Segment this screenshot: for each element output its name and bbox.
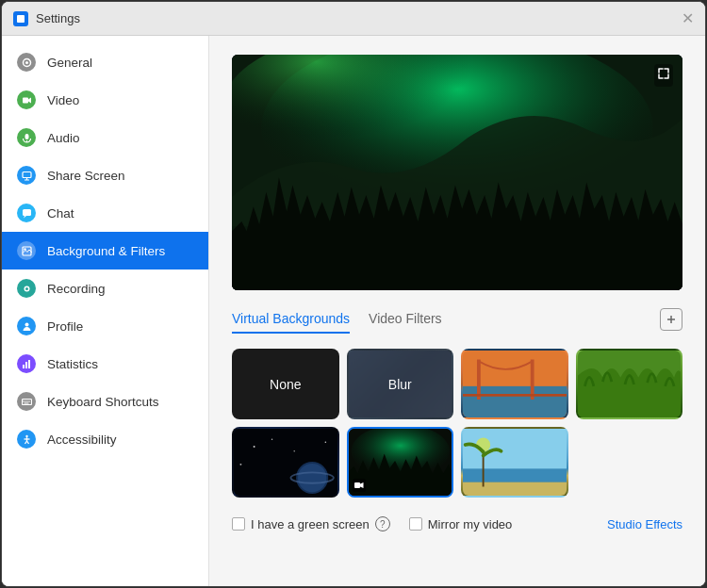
title-bar: Settings ✕ (2, 2, 705, 36)
bg-space[interactable] (232, 427, 339, 498)
tab-virtual-backgrounds[interactable]: Virtual Backgrounds (232, 305, 350, 334)
bg-blur-label: Blur (388, 377, 412, 392)
sidebar-label-video: Video (47, 93, 79, 107)
share-screen-icon (17, 166, 36, 185)
green-screen-group: I have a green screen ? (232, 516, 390, 531)
sidebar-label-chat: Chat (47, 206, 74, 220)
sidebar-label-recording: Recording (47, 282, 106, 296)
svg-point-50 (325, 441, 327, 443)
svg-rect-57 (463, 482, 567, 496)
svg-point-48 (293, 450, 295, 452)
bg-none[interactable]: None (232, 349, 339, 419)
sidebar-item-keyboard-shortcuts[interactable]: Keyboard Shortcuts (2, 383, 208, 420)
svg-rect-7 (23, 172, 31, 177)
fullscreen-icon[interactable] (654, 64, 673, 87)
green-screen-help-icon[interactable]: ? (375, 516, 390, 531)
sidebar-label-share-screen: Share Screen (47, 169, 125, 183)
window-title: Settings (36, 11, 80, 25)
bg-blur[interactable]: Blur (347, 349, 454, 419)
mirror-video-checkbox[interactable] (409, 517, 422, 531)
audio-icon (17, 128, 36, 147)
preview-image (232, 55, 682, 290)
video-icon (17, 90, 36, 109)
svg-rect-53 (354, 482, 360, 488)
sidebar-label-profile: Profile (47, 319, 83, 334)
chat-icon (17, 204, 36, 222)
green-screen-label: I have a green screen (251, 517, 370, 531)
svg-point-15 (25, 287, 28, 290)
sidebar: General Video Audio Share (2, 36, 209, 586)
main-panel: Virtual Backgrounds Video Filters None B… (209, 36, 705, 586)
bg-aurora-selected[interactable] (347, 427, 454, 498)
background-grid: None Blur (232, 349, 682, 498)
svg-rect-56 (463, 469, 567, 482)
tabs-row: Virtual Backgrounds Video Filters (232, 305, 682, 334)
mirror-video-label: Mirror my video (428, 517, 513, 531)
sidebar-item-chat[interactable]: Chat (2, 194, 208, 232)
tabs: Virtual Backgrounds Video Filters (232, 305, 461, 334)
video-recording-indicator (353, 479, 366, 492)
preview-container (232, 55, 682, 290)
content-area: General Video Audio Share (2, 36, 705, 586)
svg-point-46 (254, 446, 255, 448)
bottom-row: I have a green screen ? Mirror my video … (232, 513, 682, 535)
statistics-icon (17, 354, 36, 373)
svg-rect-17 (23, 365, 25, 368)
svg-rect-19 (28, 360, 30, 368)
close-button[interactable]: ✕ (682, 11, 694, 26)
svg-line-30 (26, 441, 28, 444)
bg-grass[interactable] (576, 349, 683, 419)
accessibility-icon (17, 430, 36, 449)
bg-none-label: None (270, 377, 301, 392)
green-screen-checkbox[interactable] (232, 517, 245, 531)
background-filters-icon (17, 241, 36, 260)
tab-video-filters[interactable]: Video Filters (369, 305, 442, 334)
svg-rect-0 (17, 15, 25, 23)
profile-icon (17, 317, 36, 335)
sidebar-label-background-filters: Background & Filters (47, 244, 165, 258)
title-bar-left: Settings (13, 11, 80, 26)
general-icon (17, 53, 36, 72)
sidebar-item-share-screen[interactable]: Share Screen (2, 156, 208, 194)
sidebar-label-statistics: Statistics (47, 357, 98, 371)
sidebar-item-profile[interactable]: Profile (2, 307, 208, 345)
svg-rect-3 (23, 97, 28, 103)
svg-rect-5 (25, 134, 28, 139)
svg-point-47 (271, 439, 273, 441)
studio-effects-link[interactable]: Studio Effects (607, 517, 682, 531)
app-icon (13, 11, 28, 26)
svg-point-44 (298, 464, 326, 492)
add-background-button[interactable] (660, 308, 682, 331)
recording-icon (17, 279, 36, 298)
bg-bridge[interactable] (461, 349, 568, 419)
sidebar-label-accessibility: Accessibility (47, 433, 117, 447)
svg-point-49 (239, 464, 241, 466)
sidebar-item-recording[interactable]: Recording (2, 270, 208, 307)
svg-rect-18 (25, 362, 27, 368)
svg-point-16 (25, 322, 28, 326)
svg-marker-11 (24, 216, 26, 219)
sidebar-label-audio: Audio (47, 131, 80, 145)
bg-beach[interactable] (461, 427, 568, 498)
sidebar-label-general: General (47, 56, 92, 70)
svg-point-26 (25, 434, 27, 436)
sidebar-item-statistics[interactable]: Statistics (2, 345, 208, 383)
keyboard-shortcuts-icon (17, 392, 36, 411)
svg-marker-54 (360, 482, 364, 488)
svg-point-2 (25, 61, 28, 64)
sidebar-item-accessibility[interactable]: Accessibility (2, 420, 208, 458)
sidebar-item-video[interactable]: Video (2, 81, 208, 119)
mirror-video-group: Mirror my video (409, 517, 513, 531)
sidebar-item-general[interactable]: General (2, 43, 208, 81)
sidebar-label-keyboard-shortcuts: Keyboard Shortcuts (47, 395, 159, 409)
settings-window: Settings ✕ General Video (1, 1, 706, 587)
sidebar-item-background-filters[interactable]: Background & Filters (2, 232, 208, 270)
svg-rect-10 (23, 209, 31, 216)
svg-marker-4 (28, 97, 31, 103)
blur-overlay: Blur (349, 351, 452, 417)
sidebar-item-audio[interactable]: Audio (2, 119, 208, 156)
